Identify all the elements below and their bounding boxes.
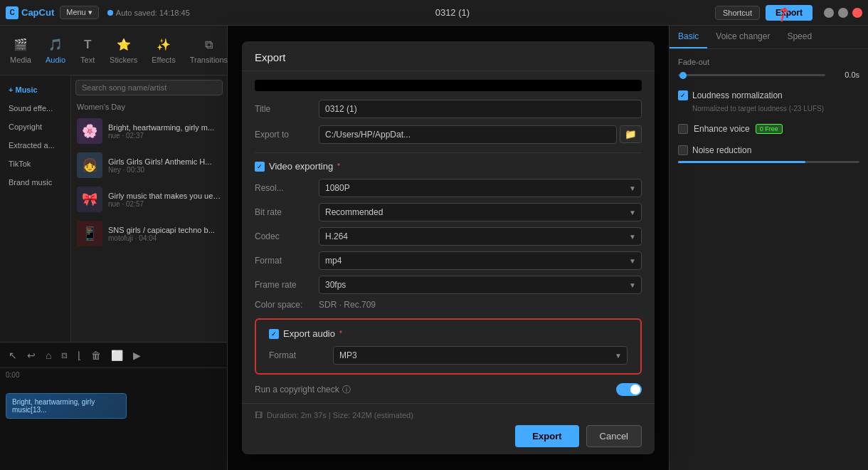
fade-out-label: Fade-out — [678, 58, 859, 66]
music-thumb-2: 👧 — [77, 152, 102, 178]
enhance-checkbox[interactable] — [678, 124, 688, 134]
sidebar-item-tiktok[interactable]: TikTok — [3, 155, 68, 172]
copyright-toggle[interactable] — [616, 383, 642, 396]
bitrate-select[interactable]: Recommended Low High — [319, 203, 642, 221]
tab-stickers[interactable]: ⭐ Stickers — [102, 33, 144, 68]
close-button[interactable] — [852, 8, 862, 18]
timeline-split2-btn[interactable]: ⧈ — [58, 348, 70, 362]
title-field-row: Title — [255, 100, 642, 118]
modal-title: Export — [255, 51, 285, 63]
music-thumb-4: 📱 — [77, 221, 102, 246]
exportto-input[interactable] — [319, 125, 617, 144]
timeline-cursor-btn[interactable]: ↖ — [6, 348, 20, 362]
copyright-label: Run a copyright check ⓘ — [255, 384, 610, 396]
noise-slider[interactable] — [678, 161, 859, 163]
logo-icon: C — [6, 6, 18, 19]
format-select[interactable]: mp4 mov — [319, 251, 642, 270]
timeline-more-btn[interactable]: ▶ — [130, 348, 144, 362]
tab-effects[interactable]: ✨ Effects — [144, 33, 182, 68]
sidebar-items: + Music Sound effe... Copyright Extracte… — [3, 81, 68, 191]
codec-select-wrapper: H.264 H.265 ▼ — [319, 227, 642, 246]
tab-speed[interactable]: Speed — [778, 26, 820, 48]
modal-header: Export — [242, 41, 655, 71]
resolution-select[interactable]: 1080P 720P 4K — [319, 179, 642, 197]
center-panel: Export Title Export to — [228, 26, 669, 470]
tab-basic[interactable]: Basic — [669, 26, 707, 48]
search-input[interactable] — [75, 80, 223, 95]
tab-audio[interactable]: 🎵 Audio — [38, 33, 73, 68]
exportto-input-group: 📁 — [319, 125, 642, 144]
loudness-section: ✓ Loudness normalization Normalized to t… — [678, 90, 859, 113]
colorspace-row: Color space: SDR · Rec.709 — [255, 300, 642, 310]
music-info-1: Bright, heartwarming, girly m... nue · 0… — [108, 123, 221, 140]
framerate-select[interactable]: 30fps 24fps 60fps — [319, 276, 642, 294]
shortcut-button[interactable]: Shortcut — [715, 6, 760, 20]
fade-out-value: 0.0s — [831, 70, 859, 79]
right-panel: Basic Voice changer Speed Fade-out 0.0s … — [669, 26, 868, 470]
menu-button[interactable]: Menu ▾ — [60, 6, 99, 19]
maximize-button[interactable] — [838, 8, 848, 18]
resolution-select-wrapper: 1080P 720P 4K ▼ — [319, 179, 642, 197]
export-modal: Export Title Export to — [242, 41, 655, 454]
music-area: Women's Day 🌸 Bright, heartwarming, girl… — [71, 75, 227, 342]
sidebar-item-brand[interactable]: Brand music — [3, 174, 68, 191]
topbar: C CapCut Menu ▾ Auto saved: 14:18:45 031… — [0, 0, 868, 26]
list-item[interactable]: 📱 SNS girls / capicapi techno b... motof… — [71, 216, 227, 251]
fade-out-slider[interactable] — [678, 74, 825, 76]
stickers-icon: ⭐ — [116, 37, 132, 53]
framerate-label: Frame rate — [255, 280, 312, 290]
folder-button[interactable]: 📁 — [620, 125, 642, 143]
export-button-top[interactable]: Export — [766, 5, 813, 21]
loudness-checkbox[interactable]: ✓ — [678, 90, 688, 100]
modal-export-button[interactable]: Export — [515, 425, 578, 447]
video-section-title: Video exporting — [269, 161, 333, 172]
timeline-undo-btn[interactable]: ↩ — [24, 348, 38, 362]
text-icon: T — [80, 37, 95, 53]
codec-label: Codec — [255, 231, 312, 241]
audio-section-header: ✓ Export audio * — [269, 328, 628, 339]
music-thumb-3: 🎀 — [77, 187, 102, 212]
timeline-delete-btn[interactable]: 🗑 — [88, 348, 104, 362]
footer-duration: Duration: 2m 37s | Size: 242M (estimated… — [267, 411, 413, 419]
modal-cancel-button[interactable]: Cancel — [586, 425, 642, 447]
tab-media[interactable]: 🎬 Media — [3, 33, 38, 68]
copyright-info-icon: ⓘ — [342, 384, 351, 396]
tab-text[interactable]: T Text — [73, 33, 102, 68]
list-item[interactable]: 🌸 Bright, heartwarming, girly m... nue ·… — [71, 114, 227, 148]
audio-format-select[interactable]: MP3 WAV AAC — [333, 346, 628, 365]
timeline-trim-btn[interactable]: ⌊ — [75, 348, 84, 362]
video-asterisk: * — [337, 162, 340, 170]
timeline-group-btn[interactable]: ⬜ — [108, 348, 126, 362]
timeline-split-btn[interactable]: ⌂ — [43, 348, 54, 362]
codec-select[interactable]: H.264 H.265 — [319, 227, 642, 246]
colorspace-value: SDR · Rec.709 — [319, 300, 376, 310]
track-clip[interactable]: Bright, heartwarming, girly music[13... — [6, 393, 127, 419]
sidebar-item-copyright[interactable]: Copyright — [3, 118, 68, 135]
audio-export-section: ✓ Export audio * Format MP3 WAV AAC — [255, 318, 642, 375]
list-item[interactable]: 👧 Girls Girls Girls! Anthemic H... Ney ·… — [71, 148, 227, 182]
noise-checkbox[interactable] — [678, 145, 688, 155]
modal-overlay: Export Title Export to — [228, 26, 669, 470]
resolution-row: Resol... 1080P 720P 4K ▼ — [255, 179, 642, 197]
slider-thumb — [679, 72, 687, 79]
music-thumb-1: 🌸 — [77, 118, 102, 144]
sidebar-item-music[interactable]: + Music — [3, 81, 68, 98]
autosave-indicator: Auto saved: 14:18:45 — [107, 9, 190, 17]
music-section-label: Women's Day — [71, 100, 227, 114]
title-input[interactable] — [319, 100, 642, 118]
enhance-section: Enhance voice 0 Free — [678, 124, 859, 134]
list-item[interactable]: 🎀 Girly music that makes you ue 02:57 nu… — [71, 182, 227, 216]
window-controls — [824, 8, 862, 18]
framerate-select-wrapper: 30fps 24fps 60fps ▼ — [319, 276, 642, 294]
minimize-button[interactable] — [824, 8, 834, 18]
video-check-icon: ✓ — [255, 162, 265, 172]
exportto-field-row: Export to 📁 — [255, 125, 642, 144]
bitrate-select-wrapper: Recommended Low High ▼ — [319, 203, 642, 221]
tab-voice-changer[interactable]: Voice changer — [707, 26, 778, 48]
modal-footer: 🎞 Duration: 2m 37s | Size: 242M (estimat… — [242, 403, 655, 454]
sidebar-item-extracted[interactable]: Extracted a... — [3, 137, 68, 154]
video-export-section: ✓ Video exporting * Resol... 1080P 720P … — [242, 152, 655, 318]
music-info-3: Girly music that makes you ue 02:57 nue … — [108, 192, 221, 208]
sidebar-item-sound-effects[interactable]: Sound effe... — [3, 100, 68, 117]
transitions-icon: ⧉ — [201, 37, 216, 53]
